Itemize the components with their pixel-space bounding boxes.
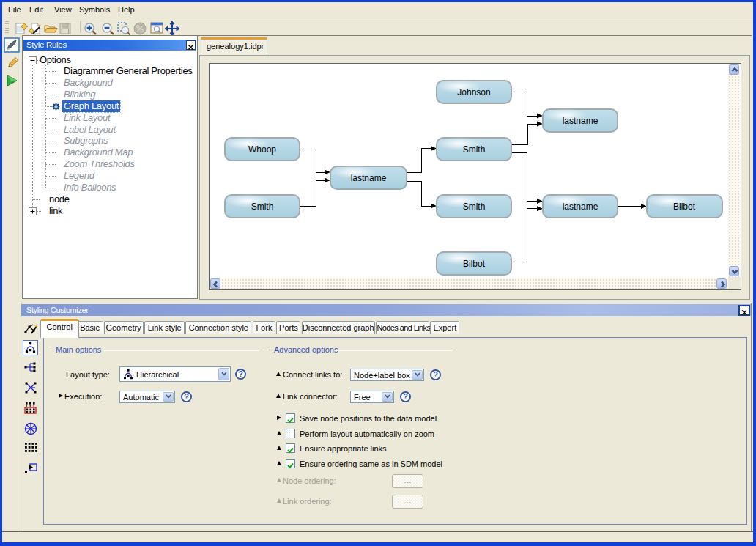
svg-text:Whoop: Whoop — [248, 144, 276, 155]
svg-text:Bilbot: Bilbot — [673, 202, 696, 212]
svg-text:lastname: lastname — [563, 116, 598, 126]
svg-text:Bilbot: Bilbot — [463, 259, 486, 269]
svg-text:Smith: Smith — [463, 144, 486, 155]
svg-text:Johnson: Johnson — [457, 87, 490, 97]
svg-text:lastname: lastname — [563, 202, 598, 212]
svg-text:lastname: lastname — [351, 173, 387, 183]
svg-text:Smith: Smith — [463, 202, 486, 212]
svg-text:Smith: Smith — [251, 202, 274, 212]
